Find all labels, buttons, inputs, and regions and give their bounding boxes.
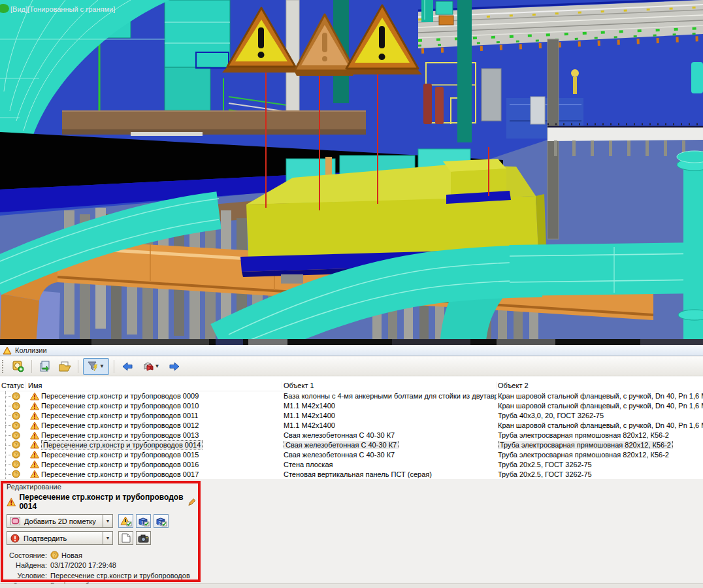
collision-name: Пересечение стр.констр и трубопроводов 0… [41,402,199,410]
approve-warning-button[interactable] [118,514,133,528]
cubes-dropdown-caret: ▼ [155,363,160,369]
property-label: Состояние: [7,551,47,559]
object2-cell[interactable]: Труба электросварная прямошовная 820х12,… [497,431,703,439]
object2-value: Кран шаровой стальной фланцевый, с ручко… [498,421,703,429]
status-question-icon: ? [12,460,20,468]
table-row[interactable]: ?Пересечение стр.констр и трубопроводов … [0,401,703,411]
svg-text:?: ? [14,442,17,448]
object2-cell[interactable]: Кран шаровой стальной фланцевый, с ручко… [497,392,703,400]
object1-cell[interactable]: Стеновая вертикальная панель ПСТ (серая) [282,470,497,478]
name-cell[interactable]: Пересечение стр.констр и трубопроводов 0… [26,440,282,449]
show-collision-cubes-button[interactable]: ▼ [139,358,163,375]
blank-page-icon [122,533,131,543]
add-collision-check-icon [12,361,24,372]
add-collision-check-button[interactable] [10,358,27,375]
name-cell[interactable]: Пересечение стр.констр и трубопроводов 0… [26,450,282,459]
object1-cell[interactable]: Свая железобетонная С 40-30 К7 [282,441,497,449]
table-row[interactable]: ?Пересечение стр.констр и трубопроводов … [0,421,703,431]
brown-beam [62,111,366,136]
property-label: Условие: [7,572,47,580]
filter-icon [88,361,99,372]
status-question-icon: ? [12,431,20,440]
name-cell[interactable]: Пересечение стр.констр и трубопроводов 0… [26,460,282,468]
next-collision-button[interactable] [166,358,183,375]
column-header-object1[interactable]: Объект 1 [282,382,497,389]
previous-collision-button[interactable] [119,358,136,375]
show-object2-button[interactable]: 2 [154,514,169,528]
filter-button[interactable]: ▼ [83,358,109,375]
snapshot-button[interactable] [136,531,151,545]
object2-cell[interactable]: Труба электросварная прямошовная 820х12,… [497,451,703,459]
toolbar-separator [31,360,32,373]
table-header: Статус Имя Объект 1 Объект 2 [0,380,703,391]
collision-cubes-icon [142,361,154,372]
collision-name: Пересечение стр.констр и трубопроводов 0… [41,421,199,429]
add-2d-note-dropdown[interactable]: ▼ [103,514,113,528]
cyan-box-right-edge [691,62,703,93]
object1-cell[interactable]: База колонны с 4-мя анкерными болтами дл… [282,392,497,400]
name-cell[interactable]: Пересечение стр.констр и трубопроводов 0… [26,412,282,420]
warning-check-icon [120,516,132,527]
object1-cell[interactable]: Свая железобетонная С 40-30 К7 [282,431,497,439]
table-row[interactable]: ?Пересечение стр.констр и трубопроводов … [0,391,703,401]
cube1-check-icon: 1 [138,516,150,527]
object1-cell[interactable]: М1.1 М42х1400 [282,402,497,410]
object1-value: Стена плоская [284,461,333,468]
table-row[interactable]: ?Пересечение стр.констр и трубопроводов … [0,440,703,449]
column-header-status[interactable]: Статус [0,382,26,389]
new-note-button[interactable] [118,531,133,545]
property-row: Состояние:?Новая [7,550,196,561]
open-report-button[interactable] [56,358,73,375]
object2-cell[interactable]: Кран шаровой стальной фланцевый, с ручко… [497,421,703,429]
name-cell[interactable]: Пересечение стр.констр и трубопроводов 0… [26,392,282,400]
svg-text:1: 1 [141,520,144,525]
object2-cell[interactable]: Труба 20х2.5, ГОСТ 3262-75 [497,470,703,478]
export-results-button[interactable] [37,358,54,375]
collision-warning-icon [30,392,39,400]
2d-note-icon [10,517,20,525]
name-cell[interactable]: Пересечение стр.констр и трубопроводов 0… [26,431,282,440]
property-row: Найдена:03/17/2020 17:29:48 [7,561,196,571]
object2-value: Труба электросварная прямошовная 820х12,… [498,431,669,439]
object1-cell[interactable]: М1.1 М42х1400 [282,421,497,429]
table-row[interactable]: ?Пересечение стр.констр и трубопроводов … [0,459,703,469]
next-arrow-icon [169,362,180,371]
property-value: ?Новая [50,551,82,559]
table-row[interactable]: ?Пересечение стр.констр и трубопроводов … [0,411,703,421]
collision-name: Пересечение стр.констр и трубопроводов 0… [41,412,198,419]
add-2d-note-button[interactable]: Добавить 2D пометку [7,514,103,528]
table-row[interactable]: ?Пересечение стр.констр и трубопроводов … [0,449,703,459]
confirm-button[interactable]: Подтвердить [7,531,103,545]
status-cell: ? [0,421,26,431]
column-header-object2[interactable]: Объект 2 [497,382,703,389]
object1-cell[interactable]: М1.1 М42х1400 [282,412,497,419]
object1-cell[interactable]: Свая железобетонная С 40-30 К7 [282,451,497,459]
table-row[interactable]: ?Пересечение стр.констр и трубопроводов … [0,469,703,479]
confirm-dropdown[interactable]: ▼ [103,531,113,545]
collision-warning-icon [7,497,16,507]
collision-properties: Состояние:?НоваяНайдена:03/17/2020 17:29… [7,550,196,588]
status-cell: ? [0,469,26,479]
property-text: Новая [61,551,82,559]
collision-warning-icon [30,440,39,449]
object2-value: Труба 40х3,0, 20, ГОСТ 3262-75 [498,412,604,419]
object2-cell[interactable]: Труба электросварная прямошовная 820х12,… [497,441,703,449]
show-object1-button[interactable]: 1 [136,514,151,528]
svg-text:?: ? [53,553,56,559]
name-cell[interactable]: Пересечение стр.констр и трубопроводов 0… [26,402,282,410]
edit-pencil-icon[interactable] [188,498,196,506]
table-row[interactable]: ?Пересечение стр.констр и трубопроводов … [0,431,703,440]
name-cell[interactable]: Пересечение стр.констр и трубопроводов 0… [26,421,282,430]
collisions-toolbar: ▼ ▼ [0,357,703,376]
object1-value: База колонны с 4-мя анкерными болтами дл… [284,392,497,400]
3d-viewport[interactable]: [Вид][Тонированный с гранями] [0,0,703,345]
object2-cell[interactable]: Труба 40х3,0, 20, ГОСТ 3262-75 [497,412,703,419]
object2-cell[interactable]: Труба 20х2.5, ГОСТ 3262-75 [497,461,703,468]
toolbar-grip[interactable] [2,360,6,373]
name-cell[interactable]: Пересечение стр.констр и трубопроводов 0… [26,470,282,478]
object2-cell[interactable]: Кран шаровой стальной фланцевый, с ручко… [497,402,703,410]
confirm-label: Подтвердить [24,534,67,542]
object1-cell[interactable]: Стена плоская [282,461,497,468]
column-header-name[interactable]: Имя [26,382,282,389]
collision-name: Пересечение стр.констр и трубопроводов 0… [41,440,203,449]
